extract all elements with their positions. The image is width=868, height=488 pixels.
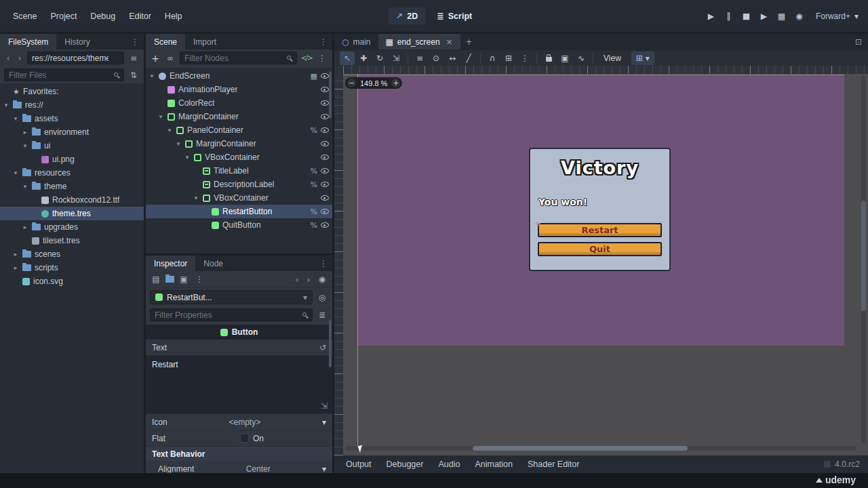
quit-button[interactable]: Quit [538, 242, 662, 256]
new-scene-tab-button[interactable]: + [460, 34, 478, 49]
collapse-arrow-icon[interactable]: ▸ [12, 251, 19, 258]
tab-history[interactable]: History [56, 34, 98, 49]
ruler-tool-icon[interactable]: ╱ [461, 52, 476, 65]
revert-icon[interactable]: ↺ [319, 343, 326, 352]
scene-tree-scrollbar[interactable] [329, 71, 332, 119]
snap-options-icon[interactable]: ⋮ [517, 52, 532, 65]
tab-scene[interactable]: Scene [146, 34, 185, 49]
resource-options-icon[interactable]: ⋮ [193, 274, 205, 284]
load-resource-icon[interactable] [165, 276, 174, 283]
victory-dialog-panel[interactable]: Victory You won! Restart Quit + [529, 148, 671, 271]
stop-button[interactable]: ■ [738, 9, 754, 24]
viewport-hscrollbar[interactable] [345, 446, 856, 451]
expand-arrow-icon[interactable]: ▾ [3, 102, 9, 108]
property-icon-row[interactable]: Icon <empty> ▾ [146, 414, 332, 430]
edited-object-dropdown[interactable]: RestartBut... ▾ [150, 290, 313, 304]
expand-arrow-icon[interactable]: ▾ [175, 140, 182, 147]
bottom-tab-audio[interactable]: Audio [431, 460, 467, 469]
history-back-icon[interactable]: ‹ [293, 274, 301, 285]
file-item[interactable]: ui.png [0, 152, 144, 166]
expand-arrow-icon[interactable]: ▾ [22, 183, 28, 190]
expand-arrow-icon[interactable]: ▾ [166, 127, 173, 134]
inspector-scrollbar[interactable] [329, 320, 332, 367]
menu-help[interactable]: Help [159, 8, 189, 24]
lock-icon[interactable] [541, 52, 556, 65]
tab-inspector[interactable]: Inspector [146, 256, 195, 271]
node-item[interactable]: DescriptionLabel % [146, 178, 332, 191]
workspace-tab-script[interactable]: ≣ Script [429, 7, 479, 24]
menu-scene[interactable]: Scene [7, 8, 43, 24]
file-item[interactable]: ▸ scenes [0, 247, 144, 261]
2d-canvas[interactable]: − 149.8 % + Victory You won! Restart Qui… [334, 66, 868, 455]
rotate-tool-icon[interactable]: ↻ [372, 52, 387, 65]
tab-import[interactable]: Import [185, 34, 224, 49]
nav-back-icon[interactable]: ‹ [4, 53, 12, 63]
expand-arrow-icon[interactable]: ▾ [157, 113, 164, 120]
expand-arrow-icon[interactable]: ▾ [12, 115, 19, 122]
file-item[interactable]: ▸ environment [0, 125, 144, 139]
node-item[interactable]: ▾ VBoxContainer [146, 191, 332, 205]
close-tab-icon[interactable]: × [446, 37, 453, 47]
group-icon[interactable]: ▣ [557, 52, 572, 65]
node-item[interactable]: ▾ VBoxContainer [146, 150, 332, 164]
visibility-eye-icon[interactable] [321, 182, 329, 187]
bottom-tab-debugger[interactable]: Debugger [379, 460, 431, 469]
smart-snap-icon[interactable]: ∩ [485, 52, 500, 65]
collapse-arrow-icon[interactable]: ▸ [12, 264, 19, 271]
file-item[interactable]: ▾ theme [0, 180, 144, 193]
text-property-editor[interactable]: Restart ⇲ [146, 356, 332, 414]
expand-arrow-icon[interactable]: ▾ [149, 73, 155, 79]
bottom-tab-animation[interactable]: Animation [467, 460, 520, 469]
dock-options-icon[interactable]: ⋮ [315, 34, 332, 49]
dock-options-icon[interactable]: ⋮ [315, 256, 332, 271]
menu-editor[interactable]: Editor [123, 8, 157, 24]
restart-button[interactable]: Restart [538, 223, 662, 237]
node-item[interactable]: TitleLabel % [146, 164, 332, 178]
property-text-row[interactable]: Text ↺ [146, 340, 332, 356]
flat-checkbox[interactable] [240, 434, 249, 443]
expand-arrow-icon[interactable]: ▾ [184, 154, 191, 161]
property-alignment-row[interactable]: Alignment Center ▾ [146, 461, 332, 473]
expand-arrow-icon[interactable]: ▾ [12, 169, 19, 176]
node-item-selected[interactable]: RestartButton % [146, 205, 332, 218]
add-node-button[interactable]: + [150, 53, 161, 64]
tab-filesystem[interactable]: FileSystem [0, 34, 56, 49]
zoom-in-icon[interactable]: + [391, 79, 400, 87]
property-flat-row[interactable]: Flat On [146, 430, 332, 447]
node-item[interactable]: ▾ MarginContainer [146, 137, 332, 150]
scale-tool-icon[interactable]: ⇲ [389, 52, 403, 65]
visibility-eye-icon[interactable] [321, 141, 329, 146]
visibility-eye-icon[interactable] [321, 73, 329, 79]
scene-tab-end-screen[interactable]: ▦ end_screen × [378, 34, 460, 49]
new-resource-icon[interactable]: ▤ [150, 274, 162, 284]
node-item[interactable]: ▾ EndScreen ▦ [146, 69, 332, 83]
pause-button[interactable]: ‖ [721, 9, 736, 24]
pin-icon[interactable]: ◉ [316, 274, 328, 284]
pan-tool-icon[interactable]: ↔ [445, 52, 460, 65]
scene-tab-main[interactable]: ○ main [334, 34, 378, 49]
extra-options-icon[interactable]: ◎ [316, 293, 328, 302]
grid-snap-icon[interactable]: ⊞ [501, 52, 516, 65]
pivot-tool-icon[interactable]: ⊙ [429, 52, 443, 65]
bottom-tab-shader-editor[interactable]: Shader Editor [520, 460, 587, 469]
file-item[interactable]: ▸ scripts [0, 261, 144, 274]
node-item[interactable]: ▾ MarginContainer [146, 110, 332, 123]
nav-forward-icon[interactable]: › [16, 53, 24, 63]
movie-maker-button[interactable]: ◉ [791, 9, 807, 24]
sort-files-icon[interactable]: ⇅ [127, 70, 140, 80]
menu-project[interactable]: Project [44, 8, 83, 24]
file-item[interactable]: Rockboxcond12.ttf [0, 193, 144, 207]
file-item[interactable]: ▾ resources [0, 166, 144, 180]
toggle-split-mode-icon[interactable]: ≡ [127, 54, 140, 63]
collapse-arrow-icon[interactable]: ▸ [22, 224, 28, 230]
visibility-eye-icon[interactable] [321, 222, 329, 228]
dock-options-icon[interactable]: ⋮ [126, 34, 144, 49]
select-tool-icon[interactable]: ↖ [340, 52, 355, 65]
filter-files-input[interactable] [4, 68, 124, 81]
instance-scene-icon[interactable]: ∞ [164, 54, 176, 63]
node-item[interactable]: ▾ PanelContainer % [146, 123, 332, 137]
visibility-eye-icon[interactable] [321, 168, 329, 174]
visibility-eye-icon[interactable] [321, 127, 329, 133]
viewport-vscrollbar[interactable] [861, 75, 866, 443]
renderer-dropdown[interactable]: Forward+ ▾ [809, 12, 859, 21]
